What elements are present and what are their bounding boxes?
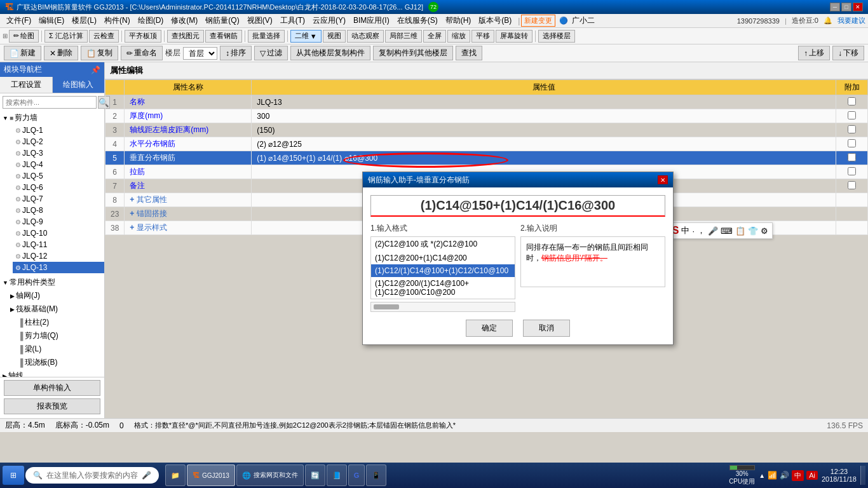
sidebar-project-settings[interactable]: 工程设置 [0, 77, 53, 93]
view-2d-button[interactable]: 二维 ▼ [290, 30, 322, 43]
sougou-tool-5[interactable]: ⌨ [721, 226, 733, 236]
clock[interactable]: 12:23 2018/11/18 [822, 468, 857, 483]
format-item-3[interactable]: (1)C12@200/(1)C14@100+(1)C12@100/C10@200 [371, 277, 515, 299]
menu-guangshuang[interactable]: 广小二 [568, 14, 599, 27]
level-plate-button[interactable]: 平齐板顶 [125, 30, 161, 43]
sougou-tool-7[interactable]: 👕 [748, 226, 758, 236]
search-input[interactable] [3, 96, 97, 109]
tree-item-jlq12[interactable]: ⚙ JLQ-12 [13, 250, 104, 262]
batch-select-button[interactable]: 批量选择 [248, 30, 285, 43]
taskbar-app-explorer[interactable]: 📁 [165, 464, 186, 486]
taskbar-app-4[interactable]: 📘 [327, 464, 347, 486]
row-value-1[interactable]: JLQ-13 [252, 95, 836, 109]
format-item-0[interactable]: (2)C12@100 或 *(2)C12@100 [371, 237, 515, 252]
menu-tools[interactable]: 工具(T) [276, 14, 309, 27]
draw-button[interactable]: ✏ 绘图 [9, 30, 39, 43]
dialog-close-button[interactable]: ✕ [658, 175, 668, 184]
rebar-dialog[interactable]: 钢筋输入助手-墙垂直分布钢筋 ✕ (1)C14@150+(1)C14/(1)C1… [362, 172, 674, 345]
tree-item-jlq5[interactable]: ⚙ JLQ-5 [13, 170, 104, 182]
tree-item-cut-wall-group[interactable]: ▼ ■ 剪力墙 [0, 111, 104, 125]
view-btn[interactable]: 视图 [323, 30, 346, 43]
tree-item-jlq13[interactable]: ⚙ JLQ-13 [13, 262, 104, 273]
tree-item-slab[interactable]: ▐ 现浇板(B) [8, 356, 104, 369]
tree-item-jlq6[interactable]: ⚙ JLQ-6 [13, 182, 104, 193]
attach-check-3[interactable] [848, 125, 856, 133]
sort-button[interactable]: ↕ 排序 [220, 46, 252, 60]
menu-file[interactable]: 文件(F) [3, 14, 35, 27]
find-button[interactable]: 查找 [456, 46, 482, 60]
sougou-indicator[interactable]: 中 [792, 470, 804, 481]
row-name-23[interactable]: + 锚固搭接 [125, 207, 252, 221]
sougou-tool-1[interactable]: 中 [681, 225, 689, 236]
copy-to-floor-button[interactable]: 复制构件到其他楼层 [373, 46, 453, 60]
tree-item-jlq7[interactable]: ⚙ JLQ-7 [13, 193, 104, 205]
delete-layer-button[interactable]: ✕ 删除 [44, 46, 78, 60]
cloud-check-button[interactable]: 云检查 [89, 30, 119, 43]
select-layer-button[interactable]: 选择楼层 [538, 30, 575, 43]
sougou-tool-3[interactable]: ， [697, 225, 705, 236]
menu-element[interactable]: 构件(N) [100, 14, 134, 27]
row-name-link-3[interactable]: 轴线距左墙皮距离(mm) [130, 125, 208, 134]
maximize-button[interactable]: □ [841, 3, 851, 11]
row-name-link-7[interactable]: 备注 [130, 181, 145, 190]
row-name-8[interactable]: + 其它属性 [125, 193, 252, 207]
menu-version[interactable]: 版本号(B) [475, 14, 515, 27]
mic-icon[interactable]: 🎤 [142, 471, 151, 480]
row-value-2[interactable]: 300 [252, 109, 836, 123]
attach-check-2[interactable] [848, 111, 856, 119]
move-up-button[interactable]: ↑ 上移 [798, 46, 830, 60]
tree-item-column[interactable]: ▐ 柱柱(2) [8, 316, 104, 329]
menu-view[interactable]: 视图(V) [243, 14, 276, 27]
menu-bim[interactable]: BIM应用(I) [349, 14, 393, 27]
tree-item-jlq4[interactable]: ⚙ JLQ-4 [13, 159, 104, 170]
tree-item-jlq3[interactable]: ⚙ JLQ-3 [13, 147, 104, 159]
menu-modify[interactable]: 修改(M) [167, 14, 201, 27]
tree-item-jlq2[interactable]: ⚙ JLQ-2 [13, 136, 104, 147]
menu-edit[interactable]: 编辑(E) [35, 14, 68, 27]
tree-common-types[interactable]: ▼ 常用构件类型 [0, 276, 104, 289]
sougou-tool-4[interactable]: 🎤 [708, 226, 718, 236]
tree-item-foundation[interactable]: ▶ 筏板基础(M) [8, 302, 104, 316]
tree-item-axis[interactable]: ▶ 轴网(J) [8, 289, 104, 302]
format-item-2[interactable]: (1)C12/(1)C14@100+(1)C12/C10@100 [371, 264, 515, 277]
menu-cloud[interactable]: 云应用(Y) [309, 14, 349, 27]
attach-check-4[interactable] [848, 139, 856, 147]
menu-new-change[interactable]: 新建变更 [521, 15, 555, 27]
taskbar-search[interactable]: 🔍 在这里输入你要搜索的内容 🎤 [25, 467, 159, 484]
local-3d-button[interactable]: 局部三维 [385, 30, 422, 43]
taskbar-app-5[interactable]: G [348, 464, 365, 486]
sidebar-drawing-input[interactable]: 绘图输入 [53, 77, 105, 93]
tree-axis-line[interactable]: ▶ 轴线 [0, 369, 104, 377]
sougou-settings[interactable]: ⚙ [761, 226, 768, 236]
row-name-link-1[interactable]: 名称 [130, 97, 145, 106]
fullscreen-button[interactable]: 全屏 [423, 30, 446, 43]
report-view-button[interactable]: 报表预览 [4, 398, 100, 414]
show-desktop-button[interactable] [860, 466, 865, 485]
attach-check-1[interactable] [848, 97, 856, 105]
cancel-button[interactable]: 取消 [523, 320, 570, 337]
view-rebar-button[interactable]: 查看钢筋 [205, 30, 242, 43]
tree-item-jlq1[interactable]: ⚙ JLQ-1 [13, 125, 104, 136]
pin-icon[interactable]: 📌 [91, 65, 100, 74]
taskbar-app-3[interactable]: 🔄 [305, 464, 325, 486]
new-layer-button[interactable]: 📄 新建 [4, 46, 41, 60]
attach-check-7[interactable] [848, 181, 856, 189]
minimize-button[interactable]: ─ [830, 3, 840, 11]
row-value-4[interactable]: (2) ⌀12@125 [252, 137, 836, 151]
menu-online[interactable]: 在线服务(S) [393, 14, 442, 27]
rename-layer-button[interactable]: ✏ 重命名 [121, 46, 163, 60]
pan-button[interactable]: 平移 [471, 30, 494, 43]
menu-floor[interactable]: 楼层(L) [68, 14, 100, 27]
row-name-link-2[interactable]: 厚度(mm) [130, 111, 163, 120]
sougou-tool-2[interactable]: · [692, 226, 695, 236]
sum-button[interactable]: Σ 汇总计算 [44, 30, 88, 43]
row-name-link-6[interactable]: 拉筋 [130, 167, 145, 176]
build-suggestion[interactable]: 我要建议 [837, 16, 865, 25]
taskbar-app-ggj[interactable]: 🏗 GGJ2013 [187, 464, 235, 486]
copy-layer-button[interactable]: 📋 复制 [81, 46, 118, 60]
taskbar-app-ie[interactable]: 🌐 搜索网页和文件 [236, 464, 304, 486]
attach-check-5[interactable] [848, 153, 856, 161]
tree-item-beam[interactable]: ▐ 梁(L) [8, 342, 104, 356]
ime-indicator[interactable]: Ai [806, 471, 818, 480]
tree-item-jlq11[interactable]: ⚙ JLQ-11 [13, 239, 104, 250]
